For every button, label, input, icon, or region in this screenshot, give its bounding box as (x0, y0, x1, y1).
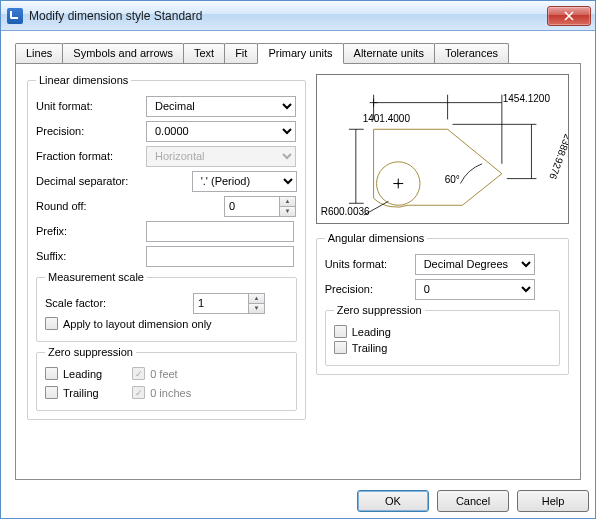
zero-feet-label: 0 feet (150, 368, 178, 380)
right-column: 1454.1200 1401.4000 2388.9276 R600.0036 … (316, 74, 569, 469)
prefix-input[interactable] (146, 221, 294, 242)
angular-legend: Angular dimensions (325, 232, 428, 244)
leading-label: Leading (63, 368, 102, 380)
button-bar: OK Cancel Help (1, 490, 595, 518)
close-button[interactable] (547, 6, 591, 26)
zero-inches-label: 0 inches (150, 387, 191, 399)
tab-symbols-arrows[interactable]: Symbols and arrows (62, 43, 184, 63)
preview-pane: 1454.1200 1401.4000 2388.9276 R600.0036 … (316, 74, 569, 224)
unit-format-select[interactable]: Decimal (146, 96, 296, 117)
suffix-label: Suffix: (36, 250, 146, 262)
angular-trailing-checkbox[interactable] (334, 341, 347, 354)
angular-zero-suppression-group: Zero suppression Leading Trailing (325, 304, 560, 366)
apply-layout-checkbox[interactable] (45, 317, 58, 330)
precision-select[interactable]: 0.0000 (146, 121, 296, 142)
prefix-label: Prefix: (36, 225, 146, 237)
dialog-window: Modify dimension style Standard Lines Sy… (0, 0, 596, 519)
round-off-spinner[interactable]: ▲▼ (280, 196, 296, 217)
linear-zero-suppression-group: Zero suppression Leading Trailing ✓0 fee… (36, 346, 297, 411)
angular-leading-checkbox[interactable] (334, 325, 347, 338)
preview-dim2: 1401.4000 (363, 113, 410, 124)
preview-dim1: 1454.1200 (503, 93, 550, 104)
app-icon (7, 8, 23, 24)
preview-radius: R600.0036 (321, 206, 370, 217)
fraction-format-label: Fraction format: (36, 150, 146, 162)
ok-button[interactable]: OK (357, 490, 429, 512)
measurement-scale-group: Measurement scale Scale factor: ▲▼ Apply… (36, 271, 297, 342)
angular-units-format-label: Units format: (325, 258, 415, 270)
preview-angle: 60° (445, 174, 460, 185)
decimal-separator-label: Decimal separator: (36, 175, 146, 187)
decimal-separator-select[interactable]: '.' (Period) (192, 171, 297, 192)
titlebar: Modify dimension style Standard (1, 1, 595, 31)
angular-units-format-select[interactable]: Decimal Degrees (415, 254, 535, 275)
scale-factor-label: Scale factor: (45, 297, 135, 309)
tabstrip: Lines Symbols and arrows Text Fit Primar… (15, 43, 581, 63)
tab-lines[interactable]: Lines (15, 43, 63, 63)
leading-checkbox[interactable] (45, 367, 58, 380)
tab-tolerances[interactable]: Tolerances (434, 43, 509, 63)
trailing-checkbox[interactable] (45, 386, 58, 399)
tab-alternate-units[interactable]: Alternate units (343, 43, 435, 63)
left-column: Linear dimensions Unit format: Decimal P… (27, 74, 306, 469)
linear-zero-legend: Zero suppression (45, 346, 136, 358)
tab-text[interactable]: Text (183, 43, 225, 63)
tab-fit[interactable]: Fit (224, 43, 258, 63)
tab-primary-units[interactable]: Primary units (257, 43, 343, 64)
round-off-input[interactable] (224, 196, 280, 217)
help-button[interactable]: Help (517, 490, 589, 512)
scale-factor-input[interactable] (193, 293, 249, 314)
precision-label: Precision: (36, 125, 146, 137)
unit-format-label: Unit format: (36, 100, 146, 112)
tab-panel: Linear dimensions Unit format: Decimal P… (15, 63, 581, 480)
measurement-legend: Measurement scale (45, 271, 147, 283)
zero-inches-checkbox: ✓ (132, 386, 145, 399)
content-area: Lines Symbols and arrows Text Fit Primar… (1, 31, 595, 490)
angular-precision-select[interactable]: 0 (415, 279, 535, 300)
angular-leading-label: Leading (352, 326, 391, 338)
window-title: Modify dimension style Standard (29, 9, 547, 23)
angular-dimensions-group: Angular dimensions Units format: Decimal… (316, 232, 569, 375)
apply-layout-label: Apply to layout dimension only (63, 318, 212, 330)
suffix-input[interactable] (146, 246, 294, 267)
fraction-format-select: Horizontal (146, 146, 296, 167)
linear-legend: Linear dimensions (36, 74, 131, 86)
scale-factor-spinner[interactable]: ▲▼ (249, 293, 265, 314)
close-icon (564, 11, 574, 21)
linear-dimensions-group: Linear dimensions Unit format: Decimal P… (27, 74, 306, 420)
round-off-label: Round off: (36, 200, 146, 212)
angular-zero-legend: Zero suppression (334, 304, 425, 316)
cancel-button[interactable]: Cancel (437, 490, 509, 512)
angular-precision-label: Precision: (325, 283, 415, 295)
zero-feet-checkbox: ✓ (132, 367, 145, 380)
trailing-label: Trailing (63, 387, 99, 399)
angular-trailing-label: Trailing (352, 342, 388, 354)
